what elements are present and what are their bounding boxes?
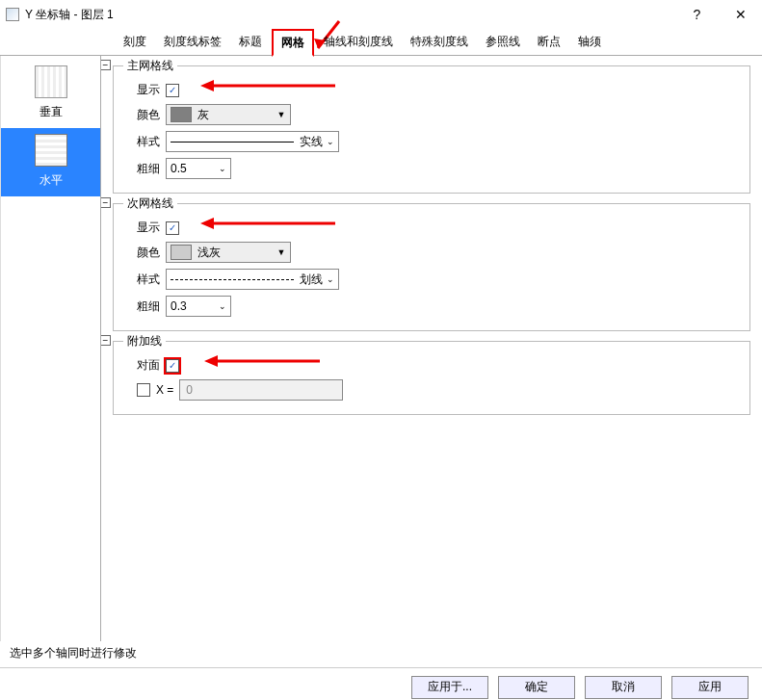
- dashed-line-icon: [171, 279, 294, 280]
- minor-thickness-dropdown[interactable]: 0.3 ⌄: [166, 296, 231, 317]
- x-equals-label: X =: [156, 383, 173, 397]
- color-swatch-icon: [171, 245, 192, 260]
- cancel-button[interactable]: 取消: [585, 676, 662, 699]
- color-label: 颜色: [123, 245, 166, 261]
- svg-marker-5: [200, 218, 214, 229]
- content-pane: − 主网格线 显示 ✓ 颜色 灰 ▼ 样式: [101, 56, 762, 641]
- group-major-gridlines: − 主网格线 显示 ✓ 颜色 灰 ▼ 样式: [113, 65, 750, 194]
- major-style-dropdown[interactable]: 实线 ⌄: [166, 131, 339, 152]
- sidebar-item-horizontal[interactable]: 水平: [1, 128, 100, 196]
- collapse-toggle-icon[interactable]: −: [101, 197, 111, 208]
- opposite-checkbox[interactable]: ✓: [166, 359, 179, 373]
- collapse-toggle-icon[interactable]: −: [101, 60, 111, 70]
- color-value: 灰: [197, 107, 209, 123]
- close-button[interactable]: ✕: [719, 0, 762, 29]
- major-thickness-dropdown[interactable]: 0.5 ⌄: [166, 158, 231, 179]
- opposite-label: 对面: [123, 357, 166, 374]
- tab-reference[interactable]: 参照线: [478, 30, 528, 54]
- footer-note: 选中多个轴同时进行修改: [0, 641, 762, 667]
- solid-line-icon: [171, 142, 294, 143]
- x-value: 0: [186, 383, 193, 397]
- button-bar: 应用于... 确定 取消 应用: [0, 667, 762, 700]
- chevron-down-icon: ▼: [273, 247, 290, 257]
- sidebar-item-label: 垂直: [1, 104, 100, 120]
- style-value: 划线: [300, 272, 323, 288]
- group-additional-lines: − 附加线 对面 ✓ ✓ X = 0: [113, 341, 750, 415]
- chevron-down-icon: ⌄: [219, 164, 226, 173]
- x-value-input[interactable]: 0: [179, 379, 343, 401]
- tab-special-scale[interactable]: 特殊刻度线: [403, 30, 476, 54]
- tab-scale-label[interactable]: 刻度线标签: [156, 30, 229, 54]
- apply-to-button[interactable]: 应用于...: [411, 676, 488, 699]
- sidebar-item-label: 水平: [1, 172, 100, 189]
- group-title: 附加线: [123, 333, 166, 350]
- help-button[interactable]: ?: [675, 0, 719, 29]
- major-color-dropdown[interactable]: 灰 ▼: [166, 104, 291, 125]
- titlebar: Y 坐标轴 - 图层 1 ? ✕: [0, 0, 762, 29]
- chevron-down-icon: ⌄: [327, 274, 334, 284]
- group-title: 次网格线: [123, 195, 177, 212]
- group-minor-gridlines: − 次网格线 显示 ✓ 颜色 浅灰 ▼ 样式: [113, 203, 750, 331]
- chevron-down-icon: ⌄: [219, 301, 226, 311]
- thickness-label: 粗细: [123, 161, 166, 177]
- sidebar-item-vertical[interactable]: 垂直: [1, 60, 100, 128]
- color-label: 颜色: [123, 107, 166, 123]
- annotation-arrow: [204, 351, 320, 371]
- major-show-checkbox[interactable]: ✓: [166, 84, 179, 97]
- minor-color-dropdown[interactable]: 浅灰 ▼: [166, 242, 291, 263]
- tab-grid[interactable]: 网格: [272, 29, 314, 57]
- tab-bar: 刻度 刻度线标签 标题 网格 轴线和刻度线 特殊刻度线 参照线 断点 轴须: [0, 29, 762, 56]
- horizontal-grid-icon: [35, 134, 67, 167]
- style-value: 实线: [300, 134, 323, 150]
- ok-button[interactable]: 确定: [498, 676, 575, 699]
- apply-button[interactable]: 应用: [671, 676, 749, 699]
- thickness-value: 0.5: [171, 162, 187, 175]
- tab-breaks[interactable]: 断点: [530, 30, 568, 54]
- window-title: Y 坐标轴 - 图层 1: [25, 7, 114, 23]
- x-equals-checkbox[interactable]: ✓: [137, 383, 150, 397]
- tab-axis-arrow[interactable]: 轴须: [570, 30, 609, 54]
- style-label: 样式: [123, 272, 166, 288]
- show-label: 显示: [123, 220, 166, 236]
- style-label: 样式: [123, 134, 166, 150]
- show-label: 显示: [123, 82, 166, 98]
- color-value: 浅灰: [197, 245, 221, 261]
- color-swatch-icon: [171, 107, 192, 122]
- chevron-down-icon: ⌄: [327, 137, 334, 146]
- group-title: 主网格线: [123, 58, 177, 74]
- tab-scale[interactable]: 刻度: [116, 30, 154, 54]
- tab-axis-scale[interactable]: 轴线和刻度线: [316, 30, 401, 54]
- chevron-down-icon: ▼: [273, 110, 290, 119]
- annotation-arrow: [200, 76, 335, 95]
- thickness-label: 粗细: [123, 298, 166, 315]
- minor-style-dropdown[interactable]: 划线 ⌄: [166, 269, 339, 290]
- thickness-value: 0.3: [171, 299, 187, 313]
- annotation-arrow: [200, 214, 335, 233]
- minor-show-checkbox[interactable]: ✓: [166, 221, 179, 235]
- svg-marker-3: [200, 80, 214, 91]
- svg-marker-7: [204, 355, 218, 367]
- collapse-toggle-icon[interactable]: −: [101, 335, 111, 346]
- vertical-grid-icon: [35, 65, 67, 98]
- window-icon: [6, 8, 19, 21]
- tab-title[interactable]: 标题: [231, 30, 270, 54]
- sidebar: 垂直 水平: [0, 56, 101, 641]
